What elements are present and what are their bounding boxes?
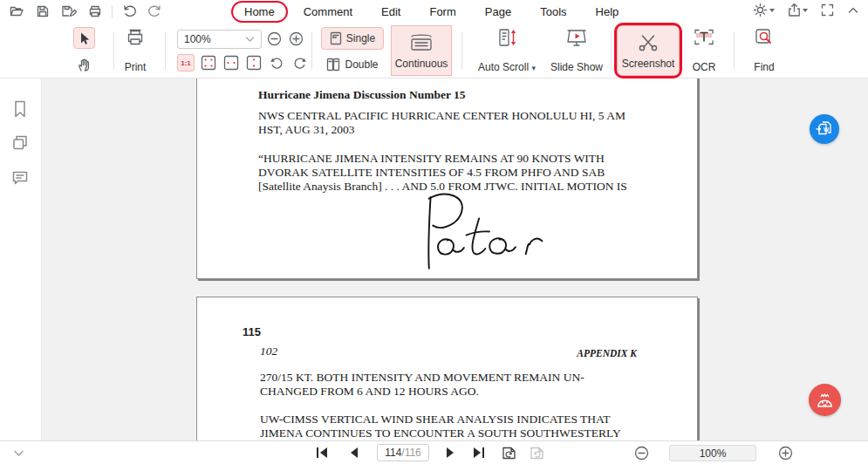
- undo-button[interactable]: [120, 3, 139, 20]
- zoom-out-statusbar-button[interactable]: [633, 446, 649, 460]
- tab-home[interactable]: Home: [243, 2, 277, 22]
- continuous-view-icon: [409, 33, 434, 52]
- tab-tools[interactable]: Tools: [538, 2, 568, 22]
- redo-button[interactable]: [146, 3, 165, 20]
- actual-size-icon: 1:1: [181, 59, 191, 67]
- tab-page[interactable]: Page: [483, 2, 513, 22]
- previous-view-button[interactable]: [501, 446, 516, 460]
- comments-panel-button[interactable]: [11, 169, 31, 188]
- screenshot-button[interactable]: Screenshot: [617, 25, 680, 76]
- page-thumbnails-panel-button[interactable]: [11, 134, 31, 154]
- plus-circle-icon: [778, 446, 793, 461]
- open-button[interactable]: [7, 3, 26, 20]
- zoom-out-button[interactable]: [267, 31, 282, 46]
- minus-circle-icon: [267, 31, 282, 46]
- fullscreen-icon: [821, 3, 834, 17]
- double-label: Double: [345, 58, 378, 71]
- share-button[interactable]: [788, 3, 808, 17]
- slide-show-button[interactable]: Slide Show: [548, 28, 605, 73]
- save-as-icon: [61, 4, 77, 18]
- signature[interactable]: [400, 190, 559, 272]
- bookmarks-panel-button[interactable]: [11, 99, 31, 119]
- theme-button[interactable]: [753, 3, 775, 17]
- first-page-button[interactable]: [314, 446, 330, 460]
- auto-scroll-icon: [496, 28, 517, 47]
- statusbar: 114/116 100%: [0, 440, 868, 464]
- scissors-icon: [637, 33, 660, 52]
- zoom-level-dropdown[interactable]: 100%: [177, 30, 262, 49]
- tab-comment[interactable]: Comment: [302, 2, 354, 22]
- next-page-button[interactable]: [443, 446, 459, 460]
- previous-page-icon: [348, 447, 359, 459]
- single-page-view-button[interactable]: Single: [321, 27, 384, 50]
- zoom-in-statusbar-button[interactable]: [777, 446, 793, 460]
- doc-text-line: NWS CENTRAL PACIFIC HURRICANE CENTER HON…: [258, 109, 625, 123]
- actual-size-button[interactable]: 1:1: [177, 54, 195, 72]
- double-page-icon: [326, 58, 340, 72]
- minus-circle-icon: [634, 446, 649, 461]
- last-page-button[interactable]: [471, 446, 487, 460]
- bookmarks-icon: [11, 99, 29, 119]
- ocr-label: OCR: [693, 61, 716, 73]
- save-as-button[interactable]: [59, 3, 79, 20]
- ribbon-separator: [611, 31, 612, 70]
- tab-form[interactable]: Form: [427, 2, 457, 22]
- continuous-view-button[interactable]: Continuous: [391, 25, 452, 76]
- print-button[interactable]: Print: [113, 28, 157, 73]
- print-icon: [126, 28, 145, 47]
- previous-page-button[interactable]: [345, 446, 361, 460]
- zoom-in-button[interactable]: [289, 31, 304, 46]
- fit-page-button[interactable]: [200, 54, 217, 72]
- pdf-page-114[interactable]: Hurricane Jimena Discussion Number 15 NW…: [196, 78, 698, 279]
- ai-assistant-button[interactable]: [809, 384, 841, 416]
- collapse-toolbar-button[interactable]: [847, 4, 859, 17]
- chevron-down-icon: [13, 447, 24, 459]
- theme-dropdown-caret-icon: [769, 9, 775, 12]
- fullscreen-button[interactable]: [821, 3, 834, 17]
- convert-to-word-button[interactable]: W: [810, 114, 839, 144]
- ribbon-separator: [734, 31, 735, 70]
- last-page-icon: [473, 447, 486, 459]
- hand-tool-button[interactable]: [73, 54, 95, 76]
- doc-appendix-label: APPENDIX K: [577, 346, 637, 360]
- convert-to-word-icon: W: [816, 120, 833, 138]
- rotate-right-button[interactable]: [268, 54, 285, 72]
- ocr-icon: [694, 28, 714, 47]
- theme-icon: [753, 3, 768, 17]
- select-tool-button[interactable]: [73, 27, 95, 49]
- quick-access-toolbar: [7, 3, 165, 20]
- pdf-page-115[interactable]: 115 102 APPENDIX K 270/15 KT. BOTH INTEN…: [196, 297, 698, 440]
- page-number-input[interactable]: 114/116: [377, 444, 429, 461]
- zoom-level-statusbar[interactable]: 100%: [669, 445, 756, 461]
- next-view-button[interactable]: [529, 446, 544, 460]
- save-button[interactable]: [33, 3, 52, 20]
- continuous-label: Continuous: [395, 58, 448, 70]
- rotate-left-button[interactable]: [290, 54, 308, 72]
- slide-show-icon: [566, 28, 587, 47]
- find-button[interactable]: Find: [743, 28, 785, 73]
- auto-scroll-label: Auto Scroll ▾: [478, 61, 536, 73]
- save-icon: [36, 4, 50, 18]
- menubar-separator: [112, 5, 113, 18]
- auto-scroll-button[interactable]: Auto Scroll ▾: [469, 28, 544, 73]
- document-canvas[interactable]: Hurricane Jimena Discussion Number 15 NW…: [42, 78, 868, 440]
- fit-width-button[interactable]: [222, 54, 240, 72]
- menu-tabs: Home Comment Edit Form Page Tools Help: [243, 0, 620, 23]
- tab-help[interactable]: Help: [594, 2, 621, 22]
- ocr-button[interactable]: OCR: [685, 28, 723, 73]
- fit-height-button[interactable]: [245, 54, 263, 72]
- tab-home-label: Home: [244, 5, 275, 18]
- rotate-right-icon: [270, 56, 284, 71]
- slide-show-label: Slide Show: [550, 61, 603, 73]
- doc-text-line: HST, AUG 31, 2003: [258, 123, 354, 137]
- next-view-icon: [530, 446, 544, 461]
- print-icon: [88, 4, 102, 18]
- double-page-view-button[interactable]: Double: [321, 53, 384, 76]
- cursor-arrow-icon: [78, 31, 91, 45]
- collapse-statusbar-button[interactable]: [10, 446, 26, 460]
- fit-height-icon: [246, 55, 262, 71]
- quick-print-button[interactable]: [85, 3, 105, 20]
- previous-view-icon: [502, 446, 516, 461]
- svg-text:W: W: [824, 126, 830, 133]
- tab-edit[interactable]: Edit: [379, 2, 402, 22]
